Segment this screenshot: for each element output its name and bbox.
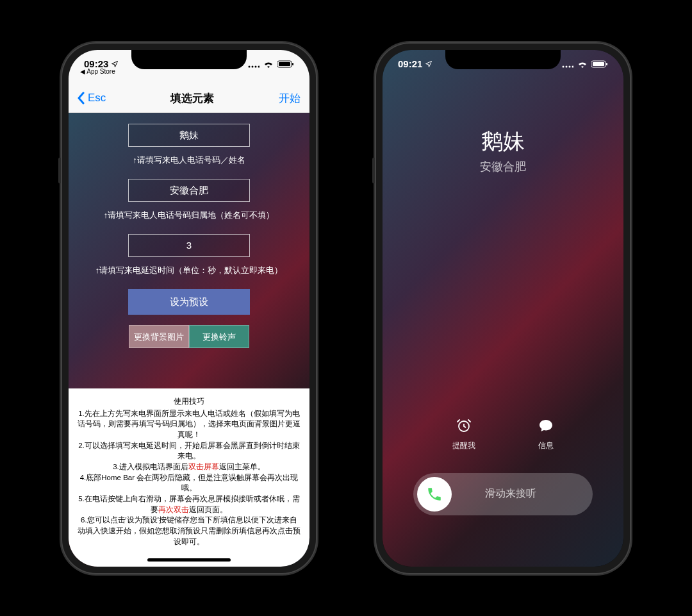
signal-icon <box>248 60 260 68</box>
alarm-icon <box>452 418 475 437</box>
caller-location-hint: ↑请填写来电人电话号码归属地（姓名可不填） <box>104 210 275 221</box>
remind-label: 提醒我 <box>452 441 475 450</box>
nav-title: 填选元素 <box>170 91 214 106</box>
caller-name-hint: ↑请填写来电人电话号码／姓名 <box>133 154 245 166</box>
nav-back-button[interactable]: Esc <box>78 92 106 104</box>
call-options: 提醒我 信息 <box>383 418 623 451</box>
back-to-appstore[interactable]: ◀ App Store <box>80 68 115 75</box>
slide-to-answer[interactable]: 滑动来接听 <box>413 473 593 515</box>
caller-location-input[interactable]: 安徽合肥 <box>128 179 250 202</box>
phone-icon <box>426 486 443 503</box>
form-area: 鹅妹 ↑请填写来电人电话号码／姓名 安徽合肥 ↑请填写来电人电话号码归属地（姓名… <box>69 124 309 348</box>
caller-location: 安徽合肥 <box>383 159 623 174</box>
svg-point-8 <box>566 65 568 67</box>
svg-point-7 <box>563 65 564 67</box>
battery-icon <box>277 60 294 68</box>
wifi-icon <box>577 60 588 68</box>
chevron-left-icon <box>78 92 85 104</box>
tips-title: 使用技巧 <box>78 396 301 407</box>
svg-point-1 <box>252 65 254 67</box>
notch <box>445 50 561 69</box>
svg-point-0 <box>249 65 251 67</box>
remind-me-button[interactable]: 提醒我 <box>452 418 475 451</box>
change-ringtone-button[interactable]: 更换铃声 <box>189 325 249 348</box>
tip-3: 3.进入模拟电话界面后双击屏幕返回主菜单。 <box>78 462 301 472</box>
signal-icon <box>562 60 573 68</box>
tip-1: 1.先在上方先写来电界面所显示来电人电话或姓名（假如填写为电话号码，则需要再填写… <box>78 408 301 440</box>
svg-point-2 <box>255 65 257 67</box>
tip-6: 6.您可以点击'设为预设'按键储存您当下所填信息以便下次进来自动填入快速开始，假… <box>78 515 301 547</box>
svg-rect-13 <box>606 63 607 65</box>
screen-incoming-call: 09:21 鹅妹 安徽合肥 提醒我 <box>383 50 623 567</box>
svg-point-9 <box>569 65 571 67</box>
tip-5: 5.在电话按键上向右滑动，屏幕会再次息屏模拟接听或者休眠，需要再次双击返回页面。 <box>78 494 301 515</box>
caller-info: 鹅妹 安徽合肥 <box>383 127 623 174</box>
location-arrow-icon <box>425 60 432 68</box>
battery-icon <box>591 60 608 68</box>
svg-rect-12 <box>593 62 604 66</box>
nav-bar: Esc 填选元素 开始 <box>69 85 309 113</box>
screen-settings: 09:23 ◀ App Store Esc 填选元素 开始 鹅妹 ↑请填写来电人… <box>69 50 309 567</box>
message-button[interactable]: 信息 <box>538 418 554 451</box>
status-time: 09:21 <box>398 58 422 69</box>
phone-right: 09:21 鹅妹 安徽合肥 提醒我 <box>375 42 631 574</box>
location-arrow-icon <box>111 60 119 68</box>
home-indicator[interactable] <box>147 558 231 562</box>
message-label: 信息 <box>538 441 554 450</box>
message-icon <box>538 418 554 437</box>
tip-4: 4.底部Home Bar 会在两秒后隐藏，但是注意误触屏幕会再次出现哦。 <box>78 472 301 494</box>
svg-point-3 <box>258 65 260 67</box>
nav-start-button[interactable]: 开始 <box>279 91 301 106</box>
caller-name: 鹅妹 <box>383 127 623 156</box>
set-preset-button[interactable]: 设为预设 <box>128 289 250 315</box>
svg-point-10 <box>572 65 574 67</box>
tip-2: 2.可以选择填写来电延迟时间，开始后屏幕会黑屏直到倒计时结束来电。 <box>78 440 301 462</box>
slide-label: 滑动来接听 <box>452 487 589 501</box>
delay-hint: ↑请填写来电延迟时间（单位：秒，默认立即来电） <box>95 265 283 276</box>
svg-rect-5 <box>279 62 290 66</box>
wifi-icon <box>263 60 274 68</box>
phone-left: 09:23 ◀ App Store Esc 填选元素 开始 鹅妹 ↑请填写来电人… <box>61 42 317 574</box>
caller-name-input[interactable]: 鹅妹 <box>128 124 250 147</box>
answer-handle[interactable] <box>417 477 452 512</box>
delay-input[interactable]: 3 <box>128 234 250 257</box>
change-background-button[interactable]: 更换背景图片 <box>129 325 189 348</box>
svg-rect-6 <box>292 63 293 65</box>
tips-panel: 使用技巧 1.先在上方先写来电界面所显示来电人电话或姓名（假如填写为电话号码，则… <box>69 388 309 566</box>
notch <box>131 50 247 69</box>
